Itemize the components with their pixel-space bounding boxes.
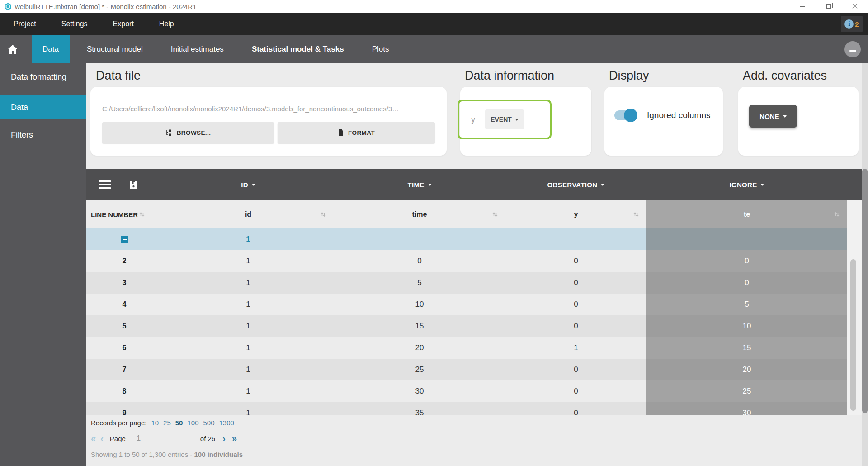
chevron-down-icon <box>428 184 432 186</box>
table-row[interactable]: 8 1 30 0 25 <box>86 380 847 402</box>
per-page-option[interactable]: 100 <box>187 419 198 427</box>
sidebar-item-data[interactable]: Data <box>0 95 86 119</box>
column-type-time-dropdown[interactable]: TIME <box>334 181 505 189</box>
table-row[interactable]: 7 1 25 0 20 <box>86 359 847 380</box>
sort-icon[interactable] <box>492 211 498 218</box>
table-footer: Records per page: 1025501005001300 « ‹ P… <box>86 415 862 466</box>
tab-data[interactable]: Data <box>32 35 70 63</box>
first-page-button[interactable]: « <box>91 433 96 444</box>
browse-folder-icon <box>165 129 173 136</box>
cell-time: 25 <box>334 359 505 380</box>
table-row[interactable]: 5 1 15 0 10 <box>86 315 847 337</box>
observation-name-label: y <box>471 115 475 124</box>
window-scrollbar[interactable] <box>862 63 868 466</box>
chevron-down-icon <box>515 119 519 121</box>
column-type-time-label: TIME <box>407 181 424 189</box>
format-button[interactable]: FORMAT <box>278 122 435 143</box>
sidebar-item-data-formatting[interactable]: Data formatting <box>0 65 86 89</box>
notifications-button[interactable]: i 2 <box>841 16 863 32</box>
observation-type-dropdown[interactable]: EVENT <box>485 109 524 129</box>
menu-help[interactable]: Help <box>146 13 187 35</box>
per-page-option[interactable]: 1300 <box>219 419 234 427</box>
sidebar-item-filters[interactable]: Filters <box>0 123 86 147</box>
table-scrollbar-thumb[interactable] <box>850 259 856 411</box>
te-header-label: te <box>744 210 750 219</box>
cell-id: 1 <box>163 359 334 380</box>
entries-summary: Showing 1 to 50 of 1,300 entries - 100 i… <box>91 451 862 458</box>
table-scrollbar[interactable] <box>847 200 862 415</box>
column-type-id-dropdown[interactable]: ID <box>163 181 334 189</box>
menu-project[interactable]: Project <box>1 13 49 35</box>
cell-time: 20 <box>334 337 505 359</box>
cell-line-number: 8 <box>86 380 163 402</box>
menu-export[interactable]: Export <box>100 13 146 35</box>
cell-id: 1 <box>163 402 334 415</box>
per-page-option[interactable]: 500 <box>203 419 215 427</box>
sort-icon[interactable] <box>633 211 639 218</box>
table-row[interactable]: 2 1 0 0 0 <box>86 250 847 272</box>
format-document-icon <box>338 129 344 136</box>
messages-icon[interactable] <box>844 41 861 57</box>
column-header-te[interactable]: te <box>646 200 847 228</box>
data-file-title: Data file <box>96 69 141 83</box>
restore-icon <box>826 4 831 9</box>
browse-button-label: BROWSE... <box>177 129 211 136</box>
column-type-ignore-dropdown[interactable]: IGNORE <box>646 181 847 189</box>
per-page-option[interactable]: 50 <box>175 419 183 427</box>
cell-te: 10 <box>646 315 847 337</box>
covariates-dropdown[interactable]: NONE <box>749 105 797 128</box>
tab-initial-estimates[interactable]: Initial estimates <box>160 35 235 63</box>
home-button[interactable] <box>0 35 25 63</box>
cell-id: 1 <box>163 228 334 250</box>
page-input[interactable] <box>133 433 194 444</box>
browse-button[interactable]: BROWSE... <box>102 122 274 143</box>
left-sidebar: Data formatting Data Filters <box>0 63 86 466</box>
previous-page-button[interactable]: ‹ <box>100 433 104 444</box>
time-header-label: time <box>412 210 427 219</box>
tab-plots[interactable]: Plots <box>361 35 400 63</box>
per-page-option[interactable]: 10 <box>151 419 159 427</box>
sort-icon[interactable] <box>320 211 326 218</box>
id-header-label: id <box>245 210 251 219</box>
close-button[interactable] <box>842 0 868 13</box>
data-table: ID TIME OBSERVATION IGNORE LINE NUMBER i… <box>86 169 868 415</box>
minimize-button[interactable] <box>789 0 816 13</box>
column-header-line-number[interactable]: LINE NUMBER <box>86 200 163 228</box>
table-row[interactable]: 9 1 35 0 30 <box>86 402 847 415</box>
column-header-time[interactable]: time <box>334 200 505 228</box>
menu-settings[interactable]: Settings <box>49 13 100 35</box>
menu-icon[interactable] <box>99 180 111 189</box>
cell-te <box>646 228 847 250</box>
restore-button[interactable] <box>816 0 842 13</box>
line-number-text: 7 <box>123 366 127 374</box>
cell-te: 5 <box>646 294 847 315</box>
cell-id: 1 <box>163 272 334 294</box>
table-column-headers: LINE NUMBER id time y <box>86 200 847 228</box>
cell-line-number: 4 <box>86 294 163 315</box>
table-row[interactable]: 6 1 20 1 15 <box>86 337 847 359</box>
last-page-button[interactable]: » <box>232 433 237 444</box>
collapse-minus-icon[interactable] <box>121 236 128 243</box>
column-type-observation-dropdown[interactable]: OBSERVATION <box>505 181 646 189</box>
cell-y: 0 <box>505 359 646 380</box>
sort-icon[interactable] <box>834 211 840 218</box>
save-icon[interactable] <box>129 181 138 189</box>
line-number-header-label: LINE NUMBER <box>91 211 138 219</box>
table-row[interactable]: 3 1 5 0 0 <box>86 272 847 294</box>
window-scrollbar-thumb[interactable] <box>862 169 868 413</box>
ignored-columns-toggle[interactable] <box>614 110 636 120</box>
per-page-option[interactable]: 25 <box>163 419 171 427</box>
line-number-text: 8 <box>123 387 127 395</box>
cell-y: 0 <box>505 402 646 415</box>
tab-structural-model[interactable]: Structural model <box>76 35 154 63</box>
column-header-id[interactable]: id <box>163 200 334 228</box>
table-row[interactable]: 4 1 10 0 5 <box>86 294 847 315</box>
next-page-button[interactable]: › <box>222 433 226 444</box>
table-row[interactable]: 1 <box>86 228 847 250</box>
cell-line-number: 3 <box>86 272 163 294</box>
column-header-y[interactable]: y <box>505 200 646 228</box>
sort-icon[interactable] <box>139 211 145 218</box>
tab-statistical-model-tasks[interactable]: Statistical model & Tasks <box>241 35 355 63</box>
cell-id: 1 <box>163 380 334 402</box>
page-count-label: of 26 <box>200 435 215 442</box>
